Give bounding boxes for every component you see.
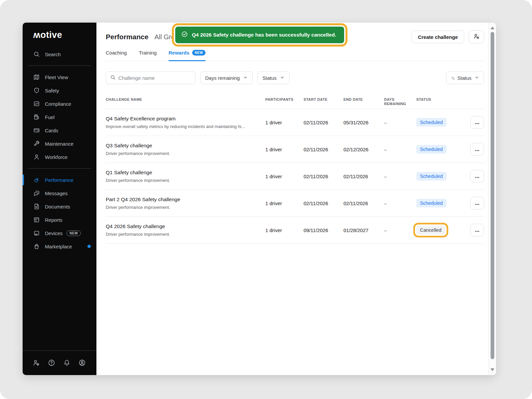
tab-training[interactable]: Training [139,49,157,61]
challenge-cell: Part 2 Q4 2026 Safety challenge Driver p… [106,197,265,210]
row-actions: ... [470,197,484,209]
toast-message: Q4 2026 Safety challenge has been succes… [192,32,336,38]
status-badge: Scheduled [416,118,447,127]
sidebar-item-label: Documents [45,204,70,209]
sidebar-item-workforce[interactable]: Workforce [23,150,96,164]
document-icon [33,203,40,210]
vertical-scrollbar[interactable] [488,23,496,375]
status-badge: Scheduled [416,172,447,181]
sidebar-item-maintenance[interactable]: Maintenance [23,137,96,150]
status-badge: Cancelled [416,226,445,234]
days-remaining-cell: – [384,147,416,152]
column-header-challenge-name: CHALLENGE NAME [106,97,265,102]
sidebar-nav: Fleet ViewSafetyComplianceFuelCardsMaint… [23,70,96,253]
sidebar-item-marketplace[interactable]: Marketplace [23,240,96,253]
end-date-cell: 02/11/2026 [343,174,384,179]
status-filter[interactable]: Status [257,71,290,84]
scrollbar-thumb[interactable] [490,32,494,359]
challenge-name[interactable]: Q4 Safety Excellence program [106,116,259,122]
sidebar-divider [28,168,91,169]
table-row: Q4 Safety Excellence program Improve ove… [106,109,484,136]
help-icon[interactable] [48,359,56,367]
challenge-cell: Q3 Safety challenge Driver performance i… [106,143,265,156]
devices-icon [33,230,40,236]
sidebar-item-search[interactable]: Search [23,48,96,61]
scroll-down-arrow[interactable] [490,368,494,371]
challenge-cell: Q1 Safety challenge Driver performance i… [106,170,265,183]
tab-rewards[interactable]: RewardsNEW [169,49,205,61]
search-icon [110,74,116,81]
row-menu-button[interactable]: ... [470,143,484,156]
challenge-name[interactable]: Q4 2026 Safety challenge [106,223,259,229]
sidebar-item-reports[interactable]: Reports [23,213,96,226]
header-actions: Create challenge [412,30,484,44]
sidebar-item-label: Maintenance [45,141,73,147]
sidebar-item-compliance[interactable]: Compliance [23,97,96,110]
sidebar-item-documents[interactable]: Documents [23,200,96,213]
chevron-down-icon [280,75,285,81]
table-row: Part 2 Q4 2026 Safety challenge Driver p… [106,190,484,217]
tab-bar: CoachingTrainingRewardsNEW [106,49,484,61]
card-icon [33,127,40,134]
challenge-name[interactable]: Part 2 Q4 2026 Safety challenge [106,197,259,202]
check-circle-icon [181,31,188,39]
challenge-search-input[interactable] [118,75,191,81]
medal-icon [33,177,40,183]
table-row: Q1 Safety challenge Driver performance i… [106,163,484,190]
row-menu-button[interactable]: ... [470,224,484,236]
sidebar-item-label: Messages [45,191,67,196]
sidebar-item-label: Workforce [45,154,67,160]
page-title: Performance [106,33,148,41]
sidebar-item-fuel[interactable]: Fuel [23,110,96,124]
desktop-background: ʍotive Search Fleet ViewSafetyCompliance… [0,0,532,399]
sidebar-item-devices[interactable]: DevicesNEW [23,226,96,240]
start-date-cell: 02/11/2026 [304,174,343,179]
sidebar-item-fleet-view[interactable]: Fleet View [23,70,96,84]
challenge-description: Driver performance improvement. [106,178,259,183]
row-actions: ... [470,170,484,183]
row-menu-button[interactable]: ... [470,170,484,183]
scroll-up-arrow[interactable] [490,27,494,29]
sidebar-item-cards[interactable]: Cards [23,124,96,137]
status-cell: Scheduled [416,145,464,154]
sort-selector[interactable]: ↑↓ Status [446,71,484,84]
search-icon [33,51,40,58]
tab-label: Rewards [169,50,190,56]
end-date-cell: 05/31/2026 [343,120,384,125]
create-challenge-button[interactable]: Create challenge [412,31,464,43]
tab-coaching[interactable]: Coaching [106,49,127,61]
participants-cell: 1 driver [265,120,304,125]
shield-icon [33,87,40,94]
start-date-cell: 02/11/2026 [304,147,343,152]
account-icon[interactable] [78,359,86,367]
sidebar-item-safety[interactable]: Safety [23,84,96,97]
wrench-icon [33,140,40,147]
row-actions: ... [470,143,484,156]
row-menu-button[interactable]: ... [470,197,484,209]
user-gear-icon[interactable] [33,359,41,367]
sidebar-item-messages[interactable]: Messages [23,187,96,200]
sidebar-item-label: Fuel [45,114,55,120]
sidebar-item-label: Fleet View [45,74,68,80]
new-badge: NEW [192,50,206,56]
bell-icon[interactable] [63,359,71,367]
person-icon [33,154,40,160]
sidebar-item-label: Reports [45,217,63,223]
challenge-description: Driver performance improvement. [106,205,259,210]
days-remaining-filter[interactable]: Days remaining [200,71,253,84]
compliance-icon [33,100,40,107]
status-badge: Scheduled [416,145,447,154]
notification-dot-icon [87,245,91,248]
column-header-status: STATUS [416,97,464,102]
sidebar-item-performance[interactable]: Performance [23,173,96,187]
days-remaining-cell: – [384,200,416,206]
report-icon [33,216,40,223]
user-gear-icon [473,33,480,41]
challenge-search-box[interactable] [106,71,196,84]
row-actions: ... [470,116,484,129]
row-menu-button[interactable]: ... [470,116,484,129]
status-cell: Scheduled [416,199,464,207]
user-settings-button[interactable] [469,30,484,44]
challenge-name[interactable]: Q3 Safety challenge [106,143,259,149]
challenge-name[interactable]: Q1 Safety challenge [106,170,259,176]
